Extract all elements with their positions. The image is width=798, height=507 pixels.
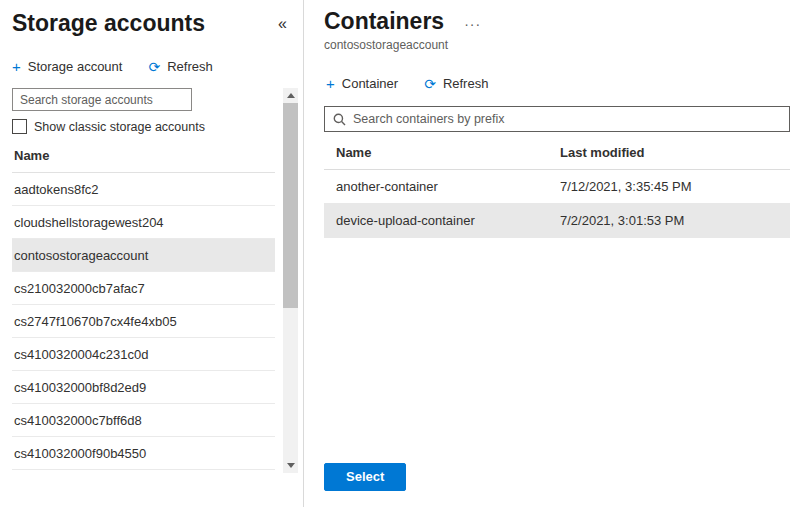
containers-table-header: Name Last modified <box>324 136 790 170</box>
refresh-icon: ⟳ <box>148 60 160 74</box>
search-containers-input[interactable] <box>353 112 781 126</box>
refresh-storage-accounts-button[interactable]: ⟳ Refresh <box>148 59 212 74</box>
refresh-storage-accounts-label: Refresh <box>167 59 213 74</box>
containers-table: Name Last modified another-container7/12… <box>324 136 790 238</box>
container-name: device-upload-container <box>336 213 560 228</box>
show-classic-label: Show classic storage accounts <box>34 120 205 134</box>
name-column-header: Name <box>12 134 275 173</box>
collapse-panel-icon[interactable]: « <box>274 15 291 33</box>
containers-rows: another-container7/12/2021, 3:35:45 PMde… <box>324 170 790 238</box>
storage-account-item[interactable]: cs4100320004c231c0d <box>12 338 275 371</box>
refresh-containers-button[interactable]: ⟳ Refresh <box>424 76 488 91</box>
container-picker-dialog: Storage accounts « + Storage account ⟳ R… <box>0 0 798 507</box>
scroll-up-icon[interactable] <box>283 88 298 103</box>
storage-account-item[interactable]: cs410032000f90b4550 <box>12 437 275 470</box>
scrollbar-thumb[interactable] <box>283 103 298 308</box>
storage-accounts-panel: Storage accounts « + Storage account ⟳ R… <box>0 0 304 507</box>
new-storage-account-label: Storage account <box>28 59 123 74</box>
containers-toolbar: + Container ⟳ Refresh <box>324 76 790 91</box>
refresh-icon: ⟳ <box>424 77 436 91</box>
containers-title: Containers <box>324 8 444 35</box>
refresh-containers-label: Refresh <box>443 76 489 91</box>
container-row[interactable]: device-upload-container7/2/2021, 3:01:53… <box>324 204 790 238</box>
new-container-label: Container <box>342 76 398 91</box>
storage-account-item[interactable]: cs410032000c7bff6d8 <box>12 404 275 437</box>
new-container-button[interactable]: + Container <box>326 76 398 91</box>
storage-account-item[interactable]: cs210032000cb7afac7 <box>12 272 275 305</box>
search-icon <box>333 113 346 126</box>
new-storage-account-button[interactable]: + Storage account <box>12 59 122 74</box>
container-last-modified: 7/2/2021, 3:01:53 PM <box>560 213 778 228</box>
column-header-name[interactable]: Name <box>336 145 560 160</box>
storage-accounts-header: Storage accounts « <box>0 6 303 37</box>
search-storage-accounts-input[interactable] <box>12 88 192 111</box>
storage-account-item[interactable]: cloudshellstoragewest204 <box>12 206 275 239</box>
storage-accounts-title: Storage accounts <box>12 10 205 37</box>
dialog-footer: Select <box>324 463 790 495</box>
plus-icon: + <box>326 76 335 91</box>
storage-account-item[interactable]: cs2747f10670b7cx4fe4xb05 <box>12 305 275 338</box>
show-classic-checkbox-row[interactable]: Show classic storage accounts <box>12 119 275 134</box>
container-row[interactable]: another-container7/12/2021, 3:35:45 PM <box>324 170 790 204</box>
storage-account-item[interactable]: aadtokens8fc2 <box>12 173 275 206</box>
select-button[interactable]: Select <box>324 463 406 491</box>
storage-account-item[interactable]: contosostorageaccount <box>12 239 275 272</box>
storage-accounts-toolbar: + Storage account ⟳ Refresh <box>0 59 303 74</box>
storage-accounts-list: aadtokens8fc2cloudshellstoragewest204con… <box>12 173 275 470</box>
column-header-last-modified[interactable]: Last modified <box>560 145 778 160</box>
storage-accounts-scroll-region: Show classic storage accounts Name aadto… <box>0 86 303 507</box>
storage-account-subtitle: contosostorageaccount <box>324 38 790 52</box>
checkbox-icon[interactable] <box>12 119 27 134</box>
containers-header: Containers ··· <box>324 6 790 35</box>
container-last-modified: 7/12/2021, 3:35:45 PM <box>560 179 778 194</box>
containers-panel: Containers ··· contosostorageaccount + C… <box>304 0 798 507</box>
scroll-down-icon[interactable] <box>283 458 298 473</box>
container-name: another-container <box>336 179 560 194</box>
storage-account-item[interactable]: cs410032000bf8d2ed9 <box>12 371 275 404</box>
plus-icon: + <box>12 59 21 74</box>
search-containers-box[interactable] <box>324 106 790 132</box>
scrollbar[interactable] <box>283 88 298 473</box>
more-actions-icon[interactable]: ··· <box>464 16 481 32</box>
